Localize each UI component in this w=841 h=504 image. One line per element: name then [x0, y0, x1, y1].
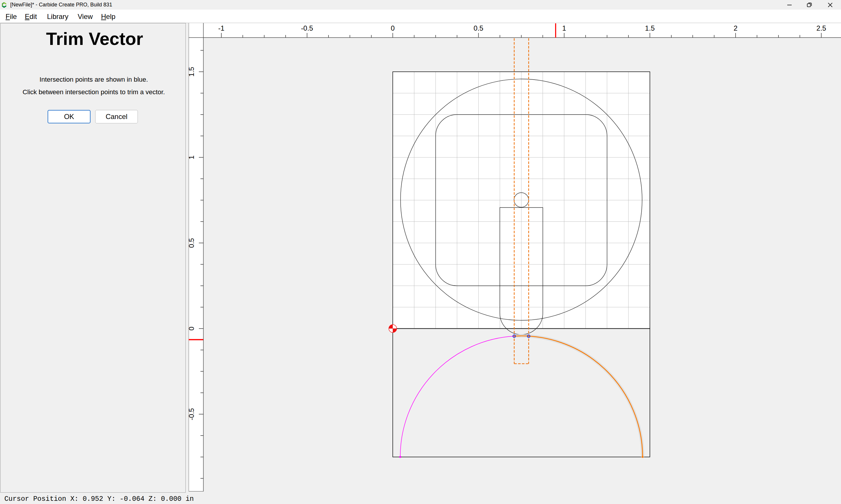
svg-text:1: 1	[562, 24, 566, 32]
svg-text:2: 2	[734, 24, 737, 32]
svg-text:1: 1	[187, 156, 195, 159]
svg-text:2.5: 2.5	[817, 24, 826, 32]
svg-text:0: 0	[187, 327, 195, 330]
svg-text:-1: -1	[218, 24, 224, 32]
svg-text:-0.5: -0.5	[301, 24, 313, 32]
svg-text:-0.5: -0.5	[187, 408, 195, 420]
svg-text:0.5: 0.5	[187, 238, 195, 248]
svg-text:1.5: 1.5	[645, 24, 655, 32]
svg-text:0: 0	[391, 24, 395, 32]
svg-text:0.5: 0.5	[474, 24, 483, 32]
svg-text:1.5: 1.5	[187, 67, 195, 76]
